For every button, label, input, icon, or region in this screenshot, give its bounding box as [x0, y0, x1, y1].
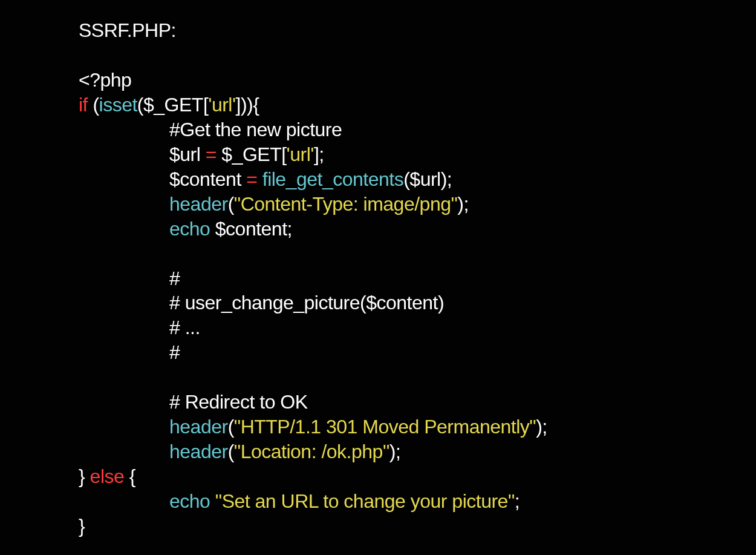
code-line-content: $content = file_get_contents($url);: [79, 167, 677, 192]
code-line-open: <?php: [79, 68, 677, 93]
title-text: SSRF.PHP:: [79, 19, 176, 41]
code-line-hash2: # user_change_picture($content): [79, 291, 677, 315]
slide-title: SSRF.PHP:: [79, 18, 677, 43]
code-line-header3: header("Location: /ok.php");: [79, 439, 677, 464]
code-line-comment1: #Get the new picture: [79, 117, 677, 142]
code-line-echo1: echo $content;: [79, 217, 677, 241]
code-line-url: $url = $_GET['url'];: [79, 142, 677, 167]
blank-line: [79, 365, 677, 390]
code-line-hash1: #: [79, 266, 677, 291]
code-line-else: } else {: [79, 464, 677, 489]
code-slide: SSRF.PHP: <?php if (isset($_GET['url']))…: [0, 0, 756, 555]
code-line-echo2: echo "Set an URL to change your picture"…: [79, 489, 677, 514]
code-line-if: if (isset($_GET['url'])){: [79, 93, 677, 117]
code-line-redirect: # Redirect to OK: [79, 390, 677, 415]
code-line-hash3: # ...: [79, 315, 677, 340]
code-line-hash4: #: [79, 340, 677, 365]
code-line-header1: header("Content-Type: image/png");: [79, 192, 677, 217]
blank-line: [79, 241, 677, 266]
code-line-header2: header("HTTP/1.1 301 Moved Permanently")…: [79, 415, 677, 439]
blank-line: [79, 43, 677, 68]
code-line-close: }: [79, 514, 677, 539]
